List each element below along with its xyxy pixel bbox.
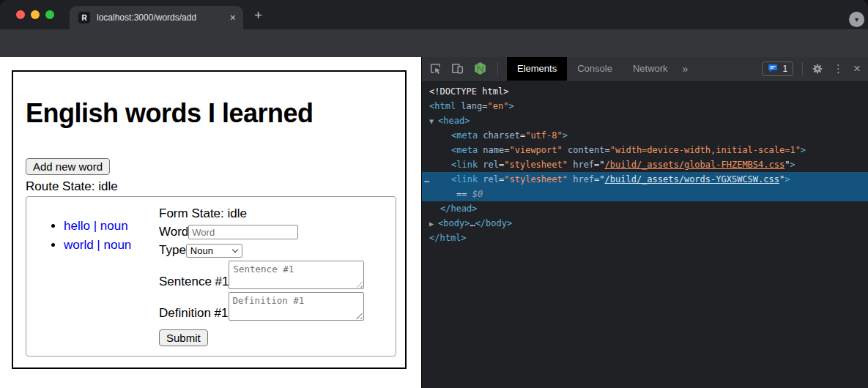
- inspect-element-icon[interactable]: [429, 62, 442, 75]
- disclosure-arrow-icon[interactable]: ▶: [429, 220, 438, 228]
- code-token: <meta: [451, 130, 478, 141]
- remix-favicon-icon: R: [78, 12, 90, 23]
- code-token: "width=device-width,initial-scale=1": [610, 145, 801, 155]
- word-list: hello | noun world | noun: [26, 217, 159, 255]
- word-input[interactable]: [188, 225, 298, 239]
- definition-textarea[interactable]: [229, 292, 364, 321]
- words-panel: hello | noun world | noun Form State: id…: [26, 196, 396, 357]
- code-line[interactable]: …<link rel="stylesheet" href="/build/_as…: [422, 172, 868, 187]
- more-actions-icon[interactable]: …: [424, 172, 429, 187]
- tab-title: localhost:3000/words/add: [97, 12, 196, 23]
- code-token: </head>: [440, 204, 478, 214]
- web-page: English words I learned Add new word Rou…: [0, 57, 421, 388]
- code-token: rel: [478, 174, 499, 184]
- route-state-text: Route State: idle: [26, 179, 393, 194]
- tab-search-chevron-icon[interactable]: ▾: [849, 12, 864, 27]
- sentence-label: Sentence #1: [159, 275, 229, 289]
- code-token: =": [594, 174, 604, 184]
- tab-console[interactable]: Console: [567, 57, 623, 81]
- code-token: href: [568, 174, 594, 184]
- code-token: >: [790, 160, 795, 170]
- type-select[interactable]: Noun: [186, 244, 242, 258]
- code-line[interactable]: ▶ <body>…</body>: [422, 216, 868, 231]
- form-state-text: Form State: idle: [159, 206, 364, 221]
- code-line[interactable]: <!DOCTYPE html>: [422, 84, 868, 99]
- code-token: >: [784, 174, 790, 184]
- word-link-hello[interactable]: hello | noun: [64, 219, 128, 233]
- code-line[interactable]: <meta name="viewport" content="width=dev…: [422, 143, 868, 157]
- device-toolbar-icon[interactable]: [451, 62, 464, 75]
- browser-toolbar: ← → ↻ i localhost:3000/words/add ☆ Incog…: [0, 29, 868, 57]
- code-token: href: [568, 160, 594, 170]
- settings-gear-icon[interactable]: [812, 63, 823, 75]
- code-line[interactable]: == $0: [422, 187, 868, 201]
- devtools-menu-icon[interactable]: ⋮: [833, 62, 844, 75]
- code-token: >: [508, 101, 513, 111]
- close-window-button[interactable]: [16, 10, 25, 19]
- submit-button[interactable]: Submit: [159, 329, 208, 346]
- code-token: "viewport": [509, 145, 562, 155]
- code-token: "utf-8": [525, 130, 563, 141]
- word-link-world[interactable]: world | noun: [64, 238, 131, 252]
- toolbar-divider: [802, 62, 803, 75]
- list-item: world | noun: [64, 236, 159, 255]
- code-token: </body>: [475, 218, 513, 228]
- list-item: hello | noun: [64, 217, 159, 236]
- dom-tree: <!DOCTYPE html><html lang="en">▼ <head><…: [422, 81, 868, 245]
- tab-network[interactable]: Network: [623, 57, 678, 81]
- more-tabs-icon[interactable]: »: [683, 63, 689, 75]
- devtools-panel: Elements Console Network » 1: [421, 57, 868, 388]
- code-token: >: [801, 145, 806, 155]
- code-token: "en": [487, 101, 508, 111]
- code-token: >: [563, 130, 568, 141]
- code-token: ==: [456, 189, 472, 199]
- code-token: /build/_assets/words-YGXSWCSW.css: [605, 174, 779, 184]
- code-token: $0: [472, 189, 483, 199]
- code-token: /build/_assets/global-FHZEMBS4.css: [605, 160, 785, 170]
- issues-count: 1: [782, 64, 787, 74]
- code-token: =: [605, 145, 610, 155]
- zoom-window-button[interactable]: [45, 10, 54, 19]
- new-tab-button[interactable]: +: [254, 7, 262, 23]
- code-token: "stylesheet": [504, 174, 568, 184]
- code-line[interactable]: <link rel="stylesheet" href="/build/_ass…: [422, 157, 868, 172]
- devtools-toolbar: Elements Console Network » 1: [422, 57, 868, 81]
- code-token: </html>: [429, 233, 467, 243]
- code-token: <meta: [451, 145, 478, 155]
- code-token: <!DOCTYPE html>: [429, 86, 508, 97]
- code-line[interactable]: <meta charset="utf-8">: [422, 128, 868, 143]
- code-token: name: [478, 145, 504, 155]
- code-token: "stylesheet": [504, 160, 568, 170]
- sentence-textarea[interactable]: [229, 261, 364, 289]
- issues-bubble-icon: [768, 64, 778, 73]
- tab-elements[interactable]: Elements: [507, 57, 567, 81]
- code-line[interactable]: </html>: [422, 231, 868, 245]
- minimize-window-button[interactable]: [31, 10, 40, 19]
- code-line[interactable]: ▼ <head>: [422, 113, 868, 128]
- code-token: <link: [451, 174, 478, 184]
- word-label: Word: [159, 225, 188, 239]
- code-token: charset: [478, 130, 520, 141]
- browser-tab[interactable]: R localhost:3000/words/add ×: [70, 6, 243, 29]
- disclosure-arrow-icon[interactable]: ▼: [429, 117, 438, 125]
- add-word-form: Form State: idle Word TypeNoun Sentence …: [159, 197, 364, 356]
- definition-label: Definition #1: [159, 306, 229, 321]
- code-token: content: [563, 145, 605, 155]
- code-token: <head>: [438, 116, 470, 126]
- code-line[interactable]: </head>: [422, 201, 868, 216]
- devtools-close-icon[interactable]: ×: [853, 61, 861, 76]
- tab-strip: R localhost:3000/words/add × + ▾: [0, 0, 868, 29]
- tab-close-icon[interactable]: ×: [230, 12, 236, 23]
- add-new-word-button[interactable]: Add new word: [26, 158, 110, 175]
- app-container: English words I learned Add new word Rou…: [12, 70, 407, 369]
- code-token: <html: [429, 101, 456, 111]
- code-token: <link: [451, 160, 478, 170]
- code-line[interactable]: <html lang="en">: [422, 99, 868, 113]
- extension-hexagon-icon[interactable]: [473, 61, 487, 75]
- code-token: lang: [456, 101, 482, 111]
- issues-counter[interactable]: 1: [762, 61, 793, 76]
- code-token: rel: [478, 160, 499, 170]
- code-token: <body>: [438, 218, 470, 228]
- page-title: English words I learned: [26, 98, 393, 129]
- type-label: Type: [159, 243, 186, 258]
